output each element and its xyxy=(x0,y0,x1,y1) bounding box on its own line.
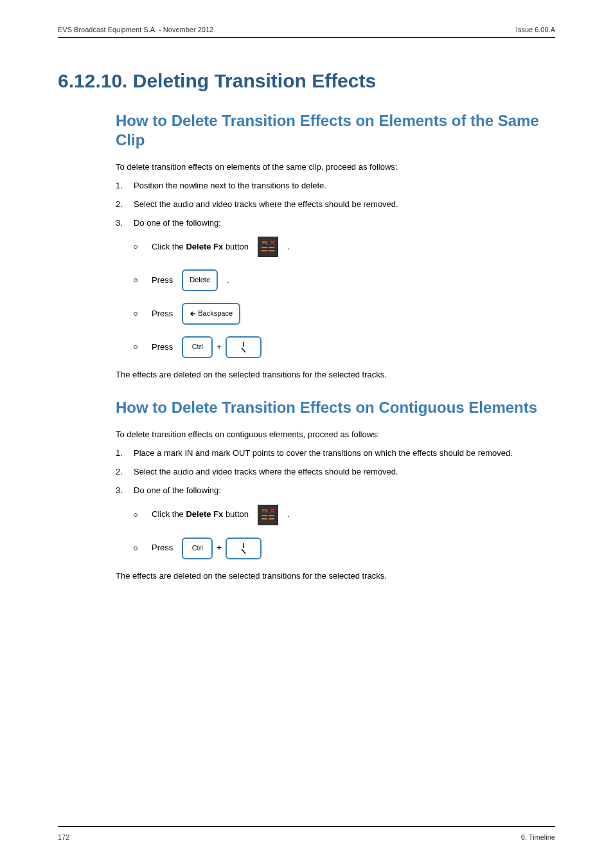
backspace-key: Backspace xyxy=(182,303,240,325)
chapter-label: 6. Timeline xyxy=(521,833,555,841)
intro-paragraph-1: To delete transition effects on elements… xyxy=(116,161,555,174)
bullet-icon xyxy=(134,513,138,517)
list-item: 2. Select the audio and video tracks whe… xyxy=(116,199,555,211)
step-number: 2. xyxy=(116,466,134,478)
step-text: Position the nowline next to the transit… xyxy=(134,180,555,192)
list-item: Press Ctrl + xyxy=(134,537,555,560)
list-item: Press Ctrl + xyxy=(134,336,555,359)
backslash-key xyxy=(226,538,262,559)
plus-sign: + xyxy=(217,341,222,354)
list-item: Click the Delete Fx button FX . xyxy=(134,235,555,258)
sub-item-text: Click the Delete Fx button xyxy=(152,509,249,521)
key-combo: Ctrl + xyxy=(182,538,262,559)
sub-list-2: Click the Delete Fx button FX . xyxy=(116,503,555,560)
list-item: 3. Do one of the following: xyxy=(116,485,555,497)
step-number: 1. xyxy=(116,180,134,192)
content-block-1: How to Delete Transition Effects on Elem… xyxy=(116,111,555,582)
step-number: 2. xyxy=(116,199,134,211)
fx-icon: FX xyxy=(260,507,276,523)
header-right: Issue 6.00.A xyxy=(516,26,555,33)
step-text: Do one of the following: xyxy=(134,485,555,497)
bullet-icon xyxy=(134,278,138,282)
bullet-icon xyxy=(134,312,138,316)
step-text: Do one of the following: xyxy=(134,217,555,230)
backslash-key xyxy=(226,336,262,358)
header-left: EVS Broadcast Equipment S.A. - November … xyxy=(58,26,213,33)
list-item: 1. Position the nowline next to the tran… xyxy=(116,180,555,192)
backslash-key-icon xyxy=(240,341,247,353)
step-text: Place a mark IN and mark OUT points to c… xyxy=(134,448,555,460)
section-heading-h1: 6.12.10. Deleting Transition Effects xyxy=(58,70,555,92)
step-number: 1. xyxy=(116,448,134,460)
svg-line-20 xyxy=(242,549,245,554)
footer-rule xyxy=(58,826,555,827)
intro-paragraph-2: To delete transition effects on contiguo… xyxy=(116,429,555,441)
list-item: 1. Place a mark IN and mark OUT points t… xyxy=(116,448,555,460)
list-item: Press Delete . xyxy=(134,269,555,292)
step-number: 3. xyxy=(116,217,134,230)
backslash-key-icon xyxy=(240,543,247,554)
step-number: 3. xyxy=(116,485,134,497)
result-paragraph-1: The effects are deleted on the selected … xyxy=(116,369,555,381)
svg-text:FX: FX xyxy=(262,509,268,513)
sub-item-text: Press xyxy=(152,275,173,287)
ctrl-key: Ctrl xyxy=(182,538,213,559)
list-item: Click the Delete Fx button FX . xyxy=(134,503,555,527)
svg-line-10 xyxy=(242,348,245,352)
trailing-dot: . xyxy=(287,509,290,521)
step-text: Select the audio and video tracks where … xyxy=(134,466,555,478)
trailing-dot: . xyxy=(227,275,229,287)
page-footer: 172 6. Timeline xyxy=(58,833,555,841)
sub-item-text: Press xyxy=(152,308,173,320)
subsection-heading-1: How to Delete Transition Effects on Elem… xyxy=(116,111,555,150)
list-item: 2. Select the audio and video tracks whe… xyxy=(116,466,555,478)
delete-key: Delete xyxy=(182,269,218,291)
bullet-icon xyxy=(134,245,138,249)
trailing-dot: . xyxy=(287,241,290,253)
subsection-heading-2: How to Delete Transition Effects on Cont… xyxy=(116,398,555,417)
delete-fx-button-icon: FX xyxy=(258,505,278,525)
plus-sign: + xyxy=(217,542,222,554)
sub-item-text: Press xyxy=(152,542,173,554)
arrow-left-icon xyxy=(190,311,196,317)
ordered-list-1: 1. Position the nowline next to the tran… xyxy=(116,180,555,230)
svg-text:FX: FX xyxy=(262,240,268,245)
ordered-list-2: 1. Place a mark IN and mark OUT points t… xyxy=(116,448,555,497)
sub-item-text: Press xyxy=(152,341,173,354)
sub-list-1: Click the Delete Fx button FX . xyxy=(116,235,555,359)
fx-icon: FX xyxy=(260,239,276,255)
delete-fx-button-icon: FX xyxy=(258,237,278,257)
result-paragraph-2: The effects are deleted on the selected … xyxy=(116,570,555,583)
header-rule xyxy=(58,37,555,38)
key-combo: Ctrl + xyxy=(182,336,262,358)
ctrl-key: Ctrl xyxy=(182,336,213,358)
sub-item-text: Click the Delete Fx button xyxy=(152,241,249,253)
page-number: 172 xyxy=(58,833,69,841)
bullet-icon xyxy=(134,345,138,349)
list-item: 3. Do one of the following: xyxy=(116,217,555,230)
list-item: Press Backspace xyxy=(134,302,555,325)
bullet-icon xyxy=(134,547,138,550)
step-text: Select the audio and video tracks where … xyxy=(134,199,555,211)
page-header: EVS Broadcast Equipment S.A. - November … xyxy=(58,26,555,33)
page: EVS Broadcast Equipment S.A. - November … xyxy=(0,0,613,868)
